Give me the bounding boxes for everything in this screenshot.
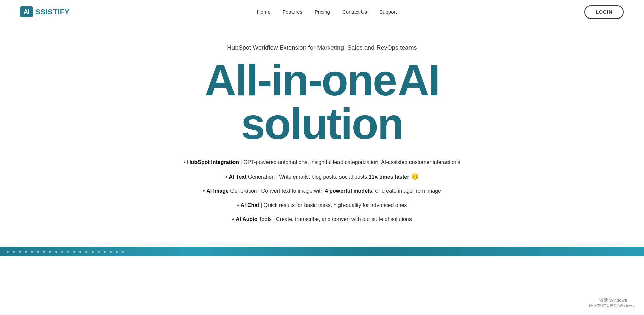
strip-dot [49, 251, 51, 253]
strip-dot [110, 251, 112, 253]
feature-desc-aitext: Generation | Write emails, blog posts, s… [247, 174, 369, 180]
strip-dot [25, 251, 27, 253]
strip-dot [92, 251, 94, 253]
feature-bullet: • [232, 216, 236, 222]
strip-dot [98, 251, 100, 253]
strip-dot [37, 251, 39, 253]
nav-links: Home Features Pricing Contact Us Support [257, 9, 397, 15]
logo-text: SSISTIFY [35, 8, 70, 16]
feature-highlight-aitext: 11x times faster [369, 174, 409, 180]
login-button[interactable]: LOGIN [584, 5, 624, 19]
hero-title-line1: All-in-one [205, 56, 396, 105]
features-list: • HubSpot Integration | GPT-powered auto… [171, 158, 473, 223]
strip-dot [55, 251, 57, 253]
feature-label-hubspot: HubSpot Integration [187, 159, 239, 165]
feature-bullet: • [203, 188, 206, 194]
hero-title: All-in-one AI solution [127, 58, 517, 146]
feature-ai-audio: • AI Audio Tools | Create, transcribe, a… [171, 215, 473, 224]
feature-label-aichat: AI Chat [241, 202, 259, 208]
feature-label-aiimage: AI Image [206, 188, 229, 194]
hero-subtitle: HubSpot Workflow Extension for Marketing… [227, 44, 417, 51]
strip-dot [73, 251, 75, 253]
strip-dot [85, 251, 87, 253]
strip-dot [31, 251, 33, 253]
nav-support[interactable]: Support [379, 9, 397, 15]
strip-dot [19, 251, 21, 253]
strip-dot [122, 251, 124, 253]
feature-ai-chat: • AI Chat | Quick results for basic task… [171, 201, 473, 210]
strip-dot [13, 251, 15, 253]
strip-dots [0, 247, 644, 256]
strip-dot [79, 251, 81, 253]
strip-dot [67, 251, 69, 253]
hero-section: HubSpot Workflow Extension for Marketing… [120, 24, 524, 237]
feature-label-aiaudio: AI Audio [236, 216, 257, 222]
feature-emoji-aitext: 😊 [409, 173, 419, 180]
feature-hubspot: • HubSpot Integration | GPT-powered auto… [171, 158, 473, 167]
feature-desc-hubspot: GPT-powered automations, insightful lead… [243, 159, 460, 165]
strip-dot [43, 251, 45, 253]
nav-home[interactable]: Home [257, 9, 271, 15]
feature-label-aitext: AI Text [229, 174, 246, 180]
feature-bullet: • [237, 202, 240, 208]
logo-box: AI [20, 6, 33, 18]
feature-bullet: • [225, 174, 229, 180]
nav-features[interactable]: Features [283, 9, 302, 15]
strip-dot [104, 251, 106, 253]
feature-desc-aiimage-prefix: Generation | Convert text to image with [229, 188, 325, 194]
feature-desc-aiaudio: Tools | Create, transcribe, and convert … [257, 216, 412, 222]
feature-ai-text: • AI Text Generation | Write emails, blo… [171, 172, 473, 182]
bottom-strip [0, 247, 644, 256]
feature-ai-image: • AI Image Generation | Convert text to … [171, 187, 473, 196]
feature-bullet: • [184, 159, 187, 165]
feature-separator: | [239, 159, 243, 165]
strip-dot [7, 251, 9, 253]
nav-pricing[interactable]: Pricing [315, 9, 330, 15]
strip-dot [116, 251, 118, 253]
feature-desc-aiimage-suffix: or create image from image [374, 188, 441, 194]
strip-dot [61, 251, 63, 253]
feature-highlight-aiimage: 4 powerful models, [325, 188, 374, 194]
nav-contact[interactable]: Contact Us [342, 9, 367, 15]
feature-desc-aichat: | Quick results for basic tasks, high-qu… [259, 202, 407, 208]
logo-link[interactable]: AI SSISTIFY [20, 6, 70, 18]
navbar: AI SSISTIFY Home Features Pricing Contac… [0, 0, 644, 24]
